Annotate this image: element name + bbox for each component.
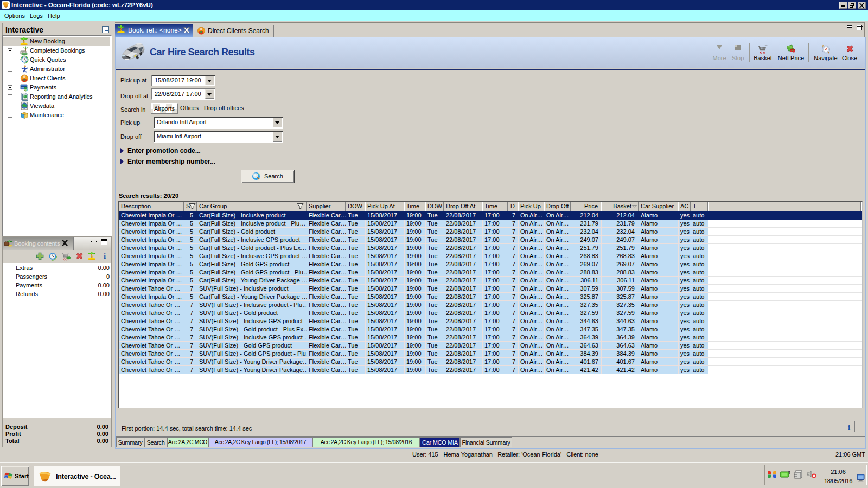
svg-text:i: i xyxy=(104,252,106,260)
svg-text:$: $ xyxy=(24,86,28,92)
svg-text:i: i xyxy=(847,423,850,431)
